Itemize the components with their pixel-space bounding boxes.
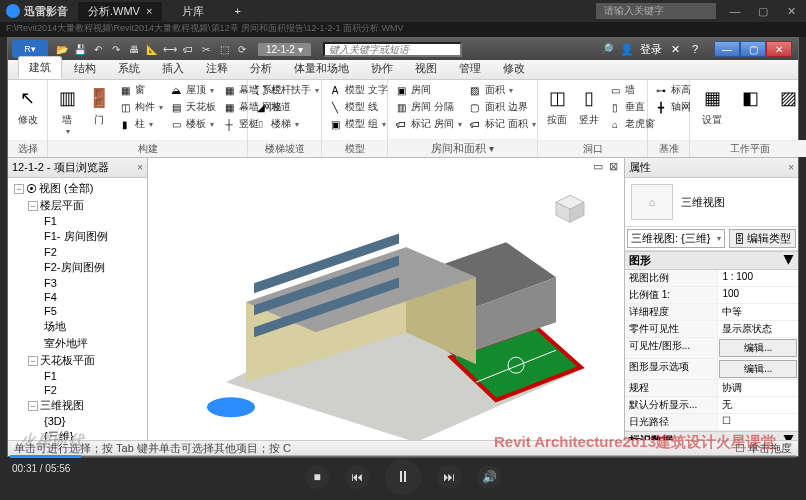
tab-manage[interactable]: 管理: [449, 58, 491, 79]
window-button[interactable]: ▦窗: [116, 82, 165, 98]
redo-icon[interactable]: ↷: [108, 41, 124, 57]
ceiling-button[interactable]: ▤天花板: [167, 99, 218, 115]
tag-icon[interactable]: 🏷: [180, 41, 196, 57]
tag-room-button[interactable]: 🏷标记 房间▾: [392, 116, 464, 132]
undo-icon[interactable]: ↶: [90, 41, 106, 57]
area-boundary-button[interactable]: ▢面积 边界: [466, 99, 538, 115]
tab-systems[interactable]: 系统: [108, 58, 150, 79]
prop-value[interactable]: 1 : 100: [718, 270, 798, 286]
tree-item[interactable]: F1: [10, 214, 145, 228]
tab-insert[interactable]: 插入: [152, 58, 194, 79]
section-icon[interactable]: ✂: [198, 41, 214, 57]
view-canvas[interactable]: ▭ ⊠ ↖: [148, 158, 625, 440]
room-sep-button[interactable]: ▥房间 分隔: [392, 99, 464, 115]
prop-row[interactable]: 详细程度中等: [625, 304, 798, 321]
document-tab[interactable]: 12-1-2 ▾: [258, 43, 311, 56]
help-icon[interactable]: ?: [688, 42, 702, 56]
tab-analyze[interactable]: 分析: [240, 58, 282, 79]
tree-item[interactable]: F4: [10, 290, 145, 304]
show-plane-button[interactable]: ◧: [732, 82, 768, 114]
tree-item[interactable]: 场地: [10, 318, 145, 335]
tab-collaborate[interactable]: 协作: [361, 58, 403, 79]
player-tab-active[interactable]: 分析.WMV×: [78, 2, 162, 21]
print-icon[interactable]: 🖶: [126, 41, 142, 57]
tab-structure[interactable]: 结构: [64, 58, 106, 79]
tree-item[interactable]: F1: [10, 369, 145, 383]
tree-item[interactable]: F1- 房间图例: [10, 228, 145, 245]
properties-grid[interactable]: 图形⯆ 视图比例1 : 100比例值 1:100详细程度中等零件可见性显示原状态…: [625, 251, 798, 440]
railing-button[interactable]: ⛶栏杆扶手▾: [252, 82, 321, 98]
prop-value[interactable]: ☐: [718, 414, 798, 430]
prop-value[interactable]: 显示原状态: [718, 321, 798, 337]
prop-value-button[interactable]: 编辑...: [719, 360, 797, 378]
exchange-icon[interactable]: ✕: [668, 42, 682, 56]
player-tab-library[interactable]: 片库: [172, 2, 214, 21]
canvas-close-icon[interactable]: ⊠: [609, 160, 618, 173]
roof-button[interactable]: ⛰屋顶▾: [167, 82, 218, 98]
prop-row[interactable]: 规程协调: [625, 380, 798, 397]
tag-area-button[interactable]: 🏷标记 面积▾: [466, 116, 538, 132]
prop-value[interactable]: 无: [718, 397, 798, 413]
component-button[interactable]: ◫构件▾: [116, 99, 165, 115]
player-tab-add[interactable]: +: [224, 3, 250, 19]
user-icon[interactable]: 👤: [620, 42, 634, 56]
dim-icon[interactable]: ⟷: [162, 41, 178, 57]
prop-row[interactable]: 默认分析显示...无: [625, 397, 798, 414]
win-max-button[interactable]: ▢: [740, 41, 766, 57]
room-button[interactable]: ▣房间: [392, 82, 464, 98]
props-close-icon[interactable]: ×: [788, 162, 794, 173]
player-close-icon[interactable]: ✕: [782, 5, 800, 18]
tree-item[interactable]: F3: [10, 276, 145, 290]
next-button[interactable]: ⏭: [437, 465, 461, 489]
column-button[interactable]: ▮柱▾: [116, 116, 165, 132]
browser-close-icon[interactable]: ×: [137, 162, 143, 173]
expander-icon[interactable]: −: [28, 401, 38, 411]
progress-bar[interactable]: [10, 455, 796, 458]
player-min-icon[interactable]: —: [726, 5, 744, 17]
tree-item[interactable]: F5: [10, 304, 145, 318]
set-workplane-button[interactable]: ▦设置: [694, 82, 730, 127]
project-tree[interactable]: −⦿ 视图 (全部) −楼层平面 F1 F1- 房间图例 F2 F2-房间图例 …: [8, 178, 147, 440]
modify-button[interactable]: ↖修改: [12, 82, 43, 127]
model-group-button[interactable]: ▣模型 组▾: [326, 116, 390, 132]
infocenter-icon[interactable]: 🔎: [600, 42, 614, 56]
prop-value-button[interactable]: 编辑...: [719, 339, 797, 357]
ref-plane-button[interactable]: ▨: [770, 82, 806, 114]
play-pause-button[interactable]: ⏸: [385, 459, 421, 495]
win-min-button[interactable]: —: [714, 41, 740, 57]
tab-architecture[interactable]: 建筑: [18, 56, 62, 79]
tab-close-icon[interactable]: ×: [146, 5, 152, 17]
expander-icon[interactable]: −: [28, 356, 38, 366]
door-button[interactable]: 🚪门: [84, 82, 114, 127]
prop-value[interactable]: 100: [718, 287, 798, 303]
sync-icon[interactable]: ⟳: [234, 41, 250, 57]
win-close-button[interactable]: ✕: [766, 41, 792, 57]
edit-type-button[interactable]: 🗄编辑类型: [729, 229, 796, 248]
canvas-restore-icon[interactable]: ▭: [593, 160, 603, 173]
prop-row[interactable]: 可见性/图形...编辑...: [625, 338, 798, 359]
floor-button[interactable]: ▭楼板▾: [167, 116, 218, 132]
login-link[interactable]: 登录: [640, 42, 662, 57]
tree-item[interactable]: F2: [10, 245, 145, 259]
grid-button[interactable]: ╋轴网: [652, 99, 693, 115]
stop-button[interactable]: ■: [305, 465, 329, 489]
save-icon[interactable]: 💾: [72, 41, 88, 57]
view3d-icon[interactable]: ⬚: [216, 41, 232, 57]
type-selector[interactable]: 三维视图: {三维}▾: [627, 229, 725, 248]
expander-icon[interactable]: −: [14, 184, 24, 194]
volume-button[interactable]: 🔊: [477, 465, 501, 489]
tab-modify[interactable]: 修改: [493, 58, 535, 79]
tab-view[interactable]: 视图: [405, 58, 447, 79]
wall-button[interactable]: ▥墙▾: [52, 82, 82, 138]
tree-item[interactable]: 室外地坪: [10, 335, 145, 352]
area-button[interactable]: ▨面积▾: [466, 82, 538, 98]
model-line-button[interactable]: ╲模型 线: [326, 99, 390, 115]
prop-row[interactable]: 零件可见性显示原状态: [625, 321, 798, 338]
shaft-button[interactable]: ▯竖井: [574, 82, 604, 127]
prop-row[interactable]: 视图比例1 : 100: [625, 270, 798, 287]
ramp-button[interactable]: ◢坡道: [252, 99, 321, 115]
expander-icon[interactable]: −: [28, 201, 38, 211]
tab-annotate[interactable]: 注释: [196, 58, 238, 79]
player-max-icon[interactable]: ▢: [754, 5, 772, 18]
prop-value[interactable]: 中等: [718, 304, 798, 320]
